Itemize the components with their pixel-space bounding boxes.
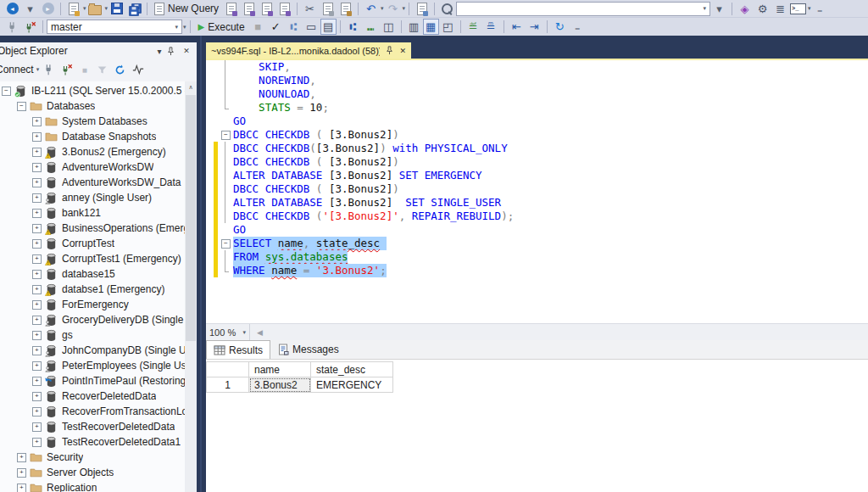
tree-item-ib-l211-sql-server-15-0-2000-5-sti[interactable]: − IB-L211 (SQL Server 15.0.2000.5 - STI (0, 83, 185, 98)
collapse-region-icon[interactable] (218, 237, 233, 250)
indicator-margin[interactable] (206, 223, 214, 237)
expand-icon[interactable]: + (32, 407, 42, 417)
document-tab[interactable]: ~vs994F.sql - IB-L2...monika.dadool (58)… (206, 42, 411, 59)
undo-button[interactable]: ↶ (362, 1, 380, 17)
indicator-margin[interactable] (206, 142, 214, 155)
scrollbar-thumb[interactable] (186, 95, 196, 341)
database-combobox[interactable]: master▾ (47, 20, 182, 34)
extension-icon[interactable]: ◈ (736, 1, 754, 17)
expand-icon[interactable]: + (17, 484, 26, 492)
indicator-margin[interactable] (206, 101, 214, 115)
indicator-margin[interactable] (206, 60, 214, 74)
tree-item-gs[interactable]: + gs (0, 327, 185, 343)
tree-item-recoverdeleteddata[interactable]: + RecoverDeletedData (0, 389, 185, 404)
tree-item-foremergency[interactable]: + ForEmergency (0, 297, 185, 312)
redo-button[interactable]: ↷ (384, 1, 402, 17)
indicator-margin[interactable] (206, 250, 214, 264)
pin-icon[interactable] (166, 47, 180, 56)
nav-forward-button[interactable]: ► (39, 1, 57, 17)
toolbar2-overflow[interactable]: ₌ (569, 19, 587, 35)
tree-item-pointintimepaul-restoring[interactable]: + PointInTimePaul (Restoring... (0, 373, 185, 389)
open-file-button[interactable] (86, 1, 104, 17)
expand-icon[interactable]: + (32, 285, 42, 294)
showplan-analysis-button[interactable]: ⑆ (285, 19, 303, 35)
expand-icon[interactable]: + (32, 438, 42, 447)
expand-icon[interactable]: + (32, 254, 42, 264)
expand-icon[interactable]: + (32, 163, 42, 172)
tree-item-system-databases[interactable]: +System Databases (0, 114, 185, 129)
grid-corner-header[interactable] (207, 362, 249, 377)
collapse-icon[interactable]: − (17, 102, 26, 111)
indicator-margin[interactable] (206, 155, 214, 169)
xmla-query-button[interactable] (258, 1, 275, 17)
tree-item-security[interactable]: +Security (0, 450, 185, 465)
cancel-query-button[interactable]: ■ (249, 19, 267, 35)
expand-icon[interactable]: + (32, 270, 42, 279)
results-to-grid-button[interactable]: ▦ (423, 19, 439, 35)
expand-icon[interactable]: + (32, 178, 42, 187)
search-combo-caret[interactable]: ▾ (710, 1, 728, 17)
expand-icon[interactable]: + (32, 224, 42, 233)
comment-button[interactable]: ≝ (465, 19, 482, 35)
tree-item-corrupttest1-emergency[interactable]: + CorruptTest1 (Emergency) (0, 251, 185, 266)
expand-icon[interactable]: + (32, 316, 42, 325)
copy-button[interactable] (319, 1, 337, 17)
tree-item-anney-single-user[interactable]: + anney (Single User) (0, 190, 185, 205)
tab-close-icon[interactable]: ✕ (399, 47, 406, 55)
mdx-query-button[interactable] (222, 1, 240, 17)
object-explorer-scrollbar[interactable]: ∧ (185, 81, 197, 492)
indicator-margin[interactable] (206, 169, 214, 182)
grid-row-header[interactable]: 1 (207, 377, 249, 393)
tree-item-testrecoverdeleteddata[interactable]: + TestRecoverDeletedData (0, 419, 185, 434)
nav-back-button[interactable]: ◄ (3, 1, 21, 17)
increase-indent-button[interactable]: ⇥ (526, 19, 543, 35)
tree-item-3-bonus2-emergency[interactable]: + 3.Bonus2 (Emergency) (0, 144, 185, 159)
terminal-button[interactable]: >_ (789, 1, 807, 17)
tree-item-databse1-emergency[interactable]: + databse1 (Emergency) (0, 282, 185, 297)
scrollbar-up-icon[interactable]: ∧ (185, 81, 197, 92)
layers-icon[interactable]: ≣ (771, 1, 789, 17)
collapse-icon[interactable]: − (2, 87, 11, 96)
save-button[interactable] (108, 1, 125, 17)
tree-item-database15[interactable]: + database15 (0, 266, 185, 282)
indicator-margin[interactable] (206, 264, 214, 277)
indicator-margin[interactable] (206, 237, 214, 250)
connect-menu[interactable]: Connect ▾ (0, 64, 39, 75)
expand-icon[interactable]: + (17, 453, 26, 462)
wrench-icon[interactable]: ⚙ (754, 1, 771, 17)
estimated-plan-button[interactable]: ▭ (303, 19, 320, 35)
tab-pin-icon[interactable] (385, 46, 394, 55)
grid-column-header-state_desc[interactable]: state_desc (311, 362, 393, 377)
expand-icon[interactable]: + (32, 239, 42, 249)
indicator-margin[interactable] (206, 210, 214, 223)
tree-item-grocerydeliverydb-single-u[interactable]: + GroceryDeliveryDB (Single U (0, 312, 185, 327)
indicator-margin[interactable] (206, 115, 214, 128)
expand-icon[interactable]: + (32, 346, 42, 355)
tree-item-server-objects[interactable]: +Server Objects (0, 465, 185, 480)
search-combobox[interactable]: ▾ (456, 2, 710, 16)
expand-icon[interactable]: + (32, 117, 42, 126)
client-statistics-button[interactable]: ◫ (380, 19, 398, 35)
new-query-button[interactable]: New Query (151, 1, 222, 17)
tree-item-adventureworksdw-data[interactable]: + AdventureWorksDW_Data (0, 175, 185, 190)
window-position-icon[interactable]: ▾ (153, 47, 166, 56)
expand-icon[interactable]: + (32, 422, 42, 432)
decrease-indent-button[interactable]: ⇤ (508, 19, 526, 35)
expand-icon[interactable]: + (32, 392, 42, 401)
collapse-region-icon[interactable] (218, 128, 233, 142)
tree-item-johncompanydb-single-us[interactable]: + JohnCompanyDB (Single Us (0, 343, 185, 358)
script-envelope-button[interactable] (413, 1, 431, 17)
expand-icon[interactable]: + (32, 331, 42, 340)
specify-values-button[interactable]: ⑉ (362, 19, 380, 35)
expand-icon[interactable]: + (32, 300, 42, 310)
tree-item-replication[interactable]: +Replication (0, 480, 185, 492)
cut-button[interactable]: ✂ (301, 1, 319, 17)
results-to-file-button[interactable]: ◰ (439, 19, 457, 35)
expand-icon[interactable]: + (32, 361, 42, 371)
paste-button[interactable] (337, 1, 354, 17)
uncomment-button[interactable]: ≞ (482, 19, 500, 35)
refresh-icon[interactable] (112, 62, 128, 77)
tree-item-databases[interactable]: −Databases (0, 98, 185, 114)
tree-item-corrupttest[interactable]: + CorruptTest (0, 236, 185, 251)
results-tab-results[interactable]: Results (206, 340, 270, 359)
